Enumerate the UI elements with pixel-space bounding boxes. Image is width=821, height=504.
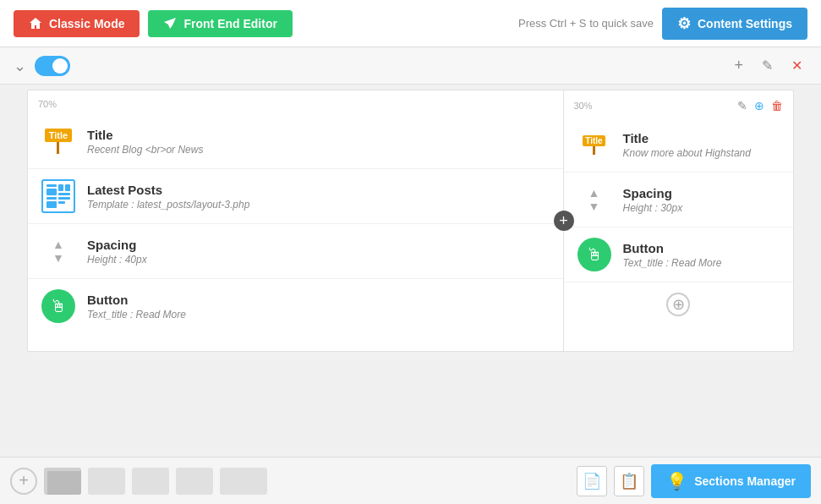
classic-mode-button[interactable]: Classic Mode — [14, 10, 140, 37]
right-spacing-widget[interactable]: ▲ ▼ Spacing Height : 30px — [564, 173, 794, 227]
right-title-name: Title — [623, 131, 782, 145]
top-toolbar: Classic Mode Front End Editor Press Ctrl… — [0, 0, 821, 47]
layout-2col-unequal-button[interactable] — [132, 468, 169, 495]
right-spacing-name: Spacing — [623, 186, 782, 200]
latest-posts-icon — [40, 178, 77, 215]
right-title-subtitle: Know more about Highstand — [623, 147, 782, 159]
bulb-icon: 💡 — [666, 471, 687, 491]
right-title-sign: Title — [583, 135, 605, 146]
sections-manager-button[interactable]: 💡 Sections Manager — [651, 464, 811, 498]
right-spacing-icon: ▲ ▼ — [576, 181, 613, 218]
visibility-toggle[interactable] — [35, 56, 70, 76]
title-widget-icon: Title — [40, 123, 77, 160]
right-col-header: 30% ✎ ⊕ 🗑 — [564, 97, 794, 118]
right-edit-button[interactable]: ✎ — [737, 99, 747, 112]
text-doc-button[interactable]: 📄 — [577, 466, 607, 496]
bottom-bar: + 📄 — [0, 457, 821, 504]
right-button-widget[interactable]: 🖱 Button Text_title : Read More — [564, 227, 794, 282]
left-button-subtitle: Text_title : Read More — [87, 309, 551, 320]
right-title-pole — [593, 146, 595, 155]
right-title-widget[interactable]: Title Title Know more about Highstand — [564, 118, 794, 173]
left-title-widget[interactable]: Title Title Recent Blog <br>or News — [28, 114, 563, 169]
latest-posts-subtitle: Template : latest_posts/layout-3.php — [87, 199, 551, 211]
close-icon: ✕ — [791, 58, 802, 73]
right-button-widget-icon: 🖱 — [576, 236, 613, 273]
home-icon — [29, 17, 42, 30]
edit-section-button[interactable]: ✎ — [757, 55, 778, 76]
close-section-button[interactable]: ✕ — [786, 55, 807, 76]
paper-plane-icon — [163, 17, 177, 30]
left-button-widget-icon: 🖱 — [40, 288, 77, 325]
left-button-widget[interactable]: 🖱 Button Text_title : Read More — [28, 279, 563, 333]
quick-save-text: Press Ctrl + S to quick save — [518, 17, 654, 30]
left-title-info: Title Recent Blog <br>or News — [87, 128, 551, 156]
section-toolbar: ⌄ + ✎ ✕ — [0, 47, 821, 85]
mouse-icon: 🖱 — [50, 297, 67, 316]
left-title-name: Title — [87, 128, 551, 142]
sections-manager-label: Sections Manager — [694, 474, 796, 488]
docs-button[interactable]: 📋 — [614, 466, 644, 496]
add-circle-icon: ⊕ — [672, 295, 685, 314]
doc-icon: 📄 — [583, 472, 601, 490]
right-col-label: 30% — [574, 101, 593, 111]
plus-icon: + — [734, 57, 743, 74]
left-spacing-info: Spacing Height : 40px — [87, 238, 551, 266]
layout-3col-button[interactable] — [176, 468, 213, 495]
docs-icon: 📋 — [620, 472, 638, 490]
right-spacing-info: Spacing Height : 30px — [623, 186, 782, 214]
right-title-info: Title Know more about Highstand — [623, 131, 782, 159]
add-plus-icon: + — [19, 471, 29, 490]
frontend-editor-button[interactable]: Front End Editor — [148, 10, 292, 37]
left-latest-posts-widget[interactable]: Latest Posts Template : latest_posts/lay… — [28, 169, 563, 224]
add-section-plus-button[interactable]: + — [10, 468, 37, 495]
content-settings-label: Content Settings — [698, 17, 792, 30]
layout-2col-button[interactable] — [88, 468, 125, 495]
spacing-icon: ▲ ▼ — [40, 233, 77, 270]
left-col-label: 70% — [28, 97, 563, 114]
left-title-subtitle: Recent Blog <br>or News — [87, 144, 551, 156]
main-content-wrapper: 70% Title Title Recent Blog <br>or News — [0, 90, 821, 352]
layout-4col-button[interactable] — [220, 468, 267, 495]
right-delete-button[interactable]: 🗑 — [771, 99, 783, 112]
spacing-up-arrow[interactable]: ▲ — [52, 238, 64, 250]
right-spacing-up[interactable]: ▲ — [588, 187, 600, 199]
add-section-button[interactable]: + — [729, 55, 748, 76]
edit-icon: ✎ — [762, 58, 773, 73]
latest-posts-name: Latest Posts — [87, 183, 551, 197]
classic-mode-label: Classic Mode — [49, 17, 124, 30]
spacing-down-arrow[interactable]: ▼ — [52, 252, 64, 264]
layout-1col-button[interactable] — [44, 468, 81, 495]
gear-icon: ⚙ — [677, 14, 691, 33]
right-button-info: Button Text_title : Read More — [623, 241, 782, 269]
left-spacing-subtitle: Height : 40px — [87, 254, 551, 266]
right-add-button[interactable]: ⊕ — [754, 99, 764, 112]
right-spacing-down[interactable]: ▼ — [588, 200, 600, 212]
main-content: 70% Title Title Recent Blog <br>or News — [27, 90, 794, 352]
left-button-name: Button — [87, 293, 551, 307]
right-button-name: Button — [623, 241, 782, 255]
column-divider-handle[interactable]: + — [554, 211, 574, 231]
latest-posts-info: Latest Posts Template : latest_posts/lay… — [87, 183, 551, 211]
app-wrapper: Classic Mode Front End Editor Press Ctrl… — [0, 0, 821, 504]
right-column: 30% ✎ ⊕ 🗑 Title — [564, 90, 794, 351]
right-add-widget-area: ⊕ — [564, 282, 794, 326]
frontend-editor-label: Front End Editor — [183, 17, 276, 30]
right-button-subtitle: Text_title : Read More — [623, 257, 782, 269]
right-col-actions: ✎ ⊕ 🗑 — [737, 99, 783, 112]
right-add-widget-button[interactable]: ⊕ — [666, 293, 690, 316]
right-mouse-icon: 🖱 — [586, 245, 603, 265]
right-title-icon: Title — [576, 126, 613, 163]
plus-divider-icon: + — [559, 212, 568, 230]
left-spacing-widget[interactable]: ▲ ▼ Spacing Height : 40px — [28, 224, 563, 279]
left-spacing-name: Spacing — [87, 238, 551, 252]
content-settings-button[interactable]: ⚙ Content Settings — [662, 8, 807, 40]
collapse-button[interactable]: ⌄ — [14, 57, 26, 75]
right-spacing-subtitle: Height : 30px — [623, 202, 782, 214]
left-column: 70% Title Title Recent Blog <br>or News — [28, 90, 564, 351]
title-sign-pole — [57, 142, 59, 154]
chevron-down-icon: ⌄ — [14, 57, 26, 75]
title-sign: Title — [45, 129, 72, 142]
left-button-info: Button Text_title : Read More — [87, 293, 551, 320]
